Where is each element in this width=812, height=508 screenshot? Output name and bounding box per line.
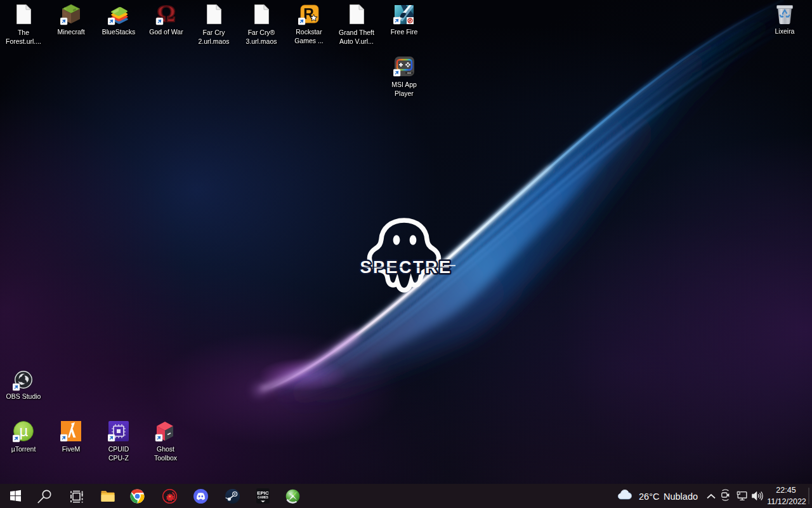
svg-text:22:45: 22:45	[776, 486, 796, 495]
svg-text:EPIC: EPIC	[257, 490, 269, 496]
svg-text:msi: msi	[407, 72, 411, 74]
svg-text:11/12/2022: 11/12/2022	[767, 497, 806, 506]
svg-text:µ: µ	[20, 422, 29, 439]
svg-text:26°C: 26°C	[639, 491, 659, 502]
svg-text:GAMES: GAMES	[258, 496, 268, 499]
svg-text:Nublado: Nublado	[664, 491, 698, 502]
